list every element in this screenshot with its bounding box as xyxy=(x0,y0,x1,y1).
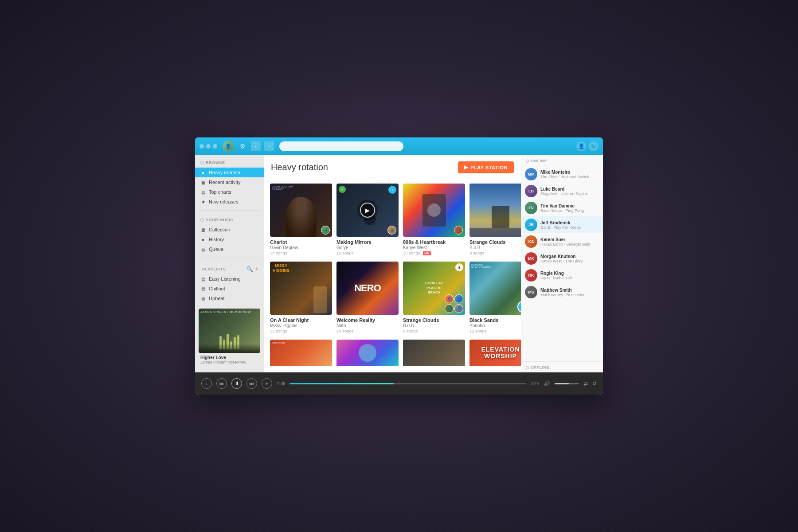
add-playlist-button[interactable]: + xyxy=(255,266,258,272)
pause-button[interactable]: ⏸ xyxy=(231,378,242,389)
shuffle-button[interactable]: ⇄ xyxy=(583,380,588,387)
album-card-making-mirrors[interactable]: ✓ + ▶ 👤 Making Mirrors Gotye 12 songs xyxy=(336,184,399,255)
back-button[interactable]: ‹ xyxy=(251,141,261,151)
album-artist: Bonobo xyxy=(469,323,521,328)
album-card-missy[interactable]: MISSYHIGGINS On A Clear Night Missy Higg… xyxy=(270,262,332,333)
albums-row-3: afternoon... xyxy=(270,340,515,372)
sidebar-item-recent-activity[interactable]: ▦ Recent activity xyxy=(195,177,264,187)
album-card-gorillaz[interactable]: GORILLAZPLASTICBEACH 8 👤 👤 xyxy=(403,262,465,333)
album-art-bg: NERO xyxy=(336,262,399,315)
social-user-jeff-broderick[interactable]: JB Jeff Broderick B.o.B · Play For Keeps xyxy=(521,216,603,233)
sidebar-item-collection[interactable]: ▦ Collection xyxy=(195,225,264,235)
settings-button[interactable]: ⚙ xyxy=(238,141,247,151)
traffic-light-max[interactable] xyxy=(213,144,217,149)
album-artist: Gotye xyxy=(336,245,399,250)
sidebar-item-label: Easy Listening xyxy=(209,276,241,282)
search-bar[interactable] xyxy=(279,141,403,151)
playlists-section: Playlists 🔍 + ▤ Easy Listening ▤ Chillou… xyxy=(195,260,264,305)
social-user-kerem-suer[interactable]: KS Kerem Suer Hakan Lidbo · Senegal Gals xyxy=(521,233,603,250)
sidebar-item-history[interactable]: ● History xyxy=(195,235,264,244)
forward-button[interactable]: › xyxy=(264,141,274,151)
album-artist: B.o.B xyxy=(469,245,521,250)
upbeat-icon: ▤ xyxy=(200,296,206,301)
album-card-strange-clouds[interactable]: Strange Clouds B.o.B 9 songs xyxy=(469,184,521,255)
sidebar-divider-1 xyxy=(200,210,258,211)
elevation-text: ELEVATIONWORSHIP xyxy=(481,346,520,360)
play-button[interactable]: ▶ xyxy=(360,203,375,218)
album-name: On A Clear Night xyxy=(270,317,332,323)
user-avatar[interactable]: 👤 xyxy=(223,141,234,152)
total-time: 3:25 xyxy=(531,381,539,386)
album-card-bottom1[interactable]: afternoon... xyxy=(270,340,332,372)
browse-header: Browse xyxy=(195,159,264,168)
sidebar-item-queue[interactable]: ▤ Queue xyxy=(195,244,264,254)
sidebar-item-upbeat[interactable]: ▤ Upbeat xyxy=(195,293,264,303)
social-user-track: Hakan Lidbo · Senegal Gals xyxy=(540,242,599,246)
social-user-track: The Shins · Bait and Switch xyxy=(540,175,599,179)
album-card-elevation[interactable]: ELEVATIONWORSHIP xyxy=(469,340,521,372)
social-user-name: Morgan Knutson xyxy=(540,254,599,259)
title-bar-right: 👤 🐦 xyxy=(576,141,598,151)
album-art-bottom2 xyxy=(336,340,399,372)
traffic-light-close[interactable] xyxy=(200,144,204,149)
explicit-badge: MM xyxy=(423,251,431,255)
social-avatar: JB xyxy=(525,219,537,231)
album-art-strange-clouds xyxy=(469,184,521,237)
album-art-bg: BONOBOBLACK SANDS ↻ xyxy=(469,262,521,315)
social-user-rogie-king[interactable]: RK Rogie King Aqua · Barbie Girl xyxy=(521,267,603,284)
progress-bar[interactable] xyxy=(289,383,526,384)
social-user-morgan-knutson[interactable]: MK Morgan Knutson Kanye West · The Glory xyxy=(521,250,603,267)
social-user-luke-beard[interactable]: LB Luke Beard Slugabed · Unicorn Suplex xyxy=(521,183,603,200)
twitter-icon[interactable]: 🐦 xyxy=(589,141,598,151)
album-card-bottom2[interactable] xyxy=(336,340,399,372)
social-panel: Online MM Mike Monteiro The Shins · Bait… xyxy=(521,155,603,372)
add-button[interactable]: + xyxy=(262,378,272,389)
sidebar-item-chillout[interactable]: ▤ Chillout xyxy=(195,284,264,293)
sidebar-item-label: Upbeat xyxy=(209,296,224,301)
user-icon[interactable]: 👤 xyxy=(576,141,586,151)
sidebar-divider-2 xyxy=(200,258,258,258)
repeat-button[interactable]: ↺ xyxy=(592,380,597,387)
traffic-light-min[interactable] xyxy=(206,144,211,149)
social-user-info: Rogie King Aqua · Barbie Girl xyxy=(540,271,599,280)
album-card-808s[interactable]: 👤 808s & Heartbreak Kanye West 18 songs … xyxy=(403,184,465,255)
content-grid: GAVIN DEGRAWCHARIOT 👤 Chariot Gavin Degr… xyxy=(264,178,521,372)
album-art-bg: afternoon... xyxy=(270,340,332,366)
social-user-info: Mike Monteiro The Shins · Bait and Switc… xyxy=(540,170,599,179)
previous-button[interactable]: ⏮ xyxy=(216,378,227,389)
social-user-tim-van-damme[interactable]: TV Tim Van Damme Bass Nectar · Ping Pong xyxy=(521,200,603,216)
album-art-nero: NERO xyxy=(336,262,399,315)
social-user-matthew-smith[interactable]: MS Matthew Smith Mat Kearney · Rochester xyxy=(521,284,603,301)
social-user-track: Mat Kearney · Rochester xyxy=(540,293,599,297)
your-music-bullet xyxy=(200,218,204,222)
browse-section: Browse ● Heavy rotation ▦ Recent activit… xyxy=(195,155,264,208)
album-meta: 12 songs xyxy=(469,329,521,333)
album-name: Strange Clouds xyxy=(403,317,465,323)
album-card-nero[interactable]: NERO Welcome Reality Nero 14 songs xyxy=(336,262,399,333)
download-button[interactable]: ↓ xyxy=(201,378,212,389)
social-user-mike-monteiro[interactable]: MM Mike Monteiro The Shins · Bait and Sw… xyxy=(521,166,603,183)
album-name: Chariot xyxy=(270,239,332,245)
social-user-name: Tim Van Damme xyxy=(540,203,599,208)
sidebar-item-easy-listening[interactable]: ▤ Easy Listening xyxy=(195,274,264,284)
sidebar-item-top-charts[interactable]: ▤ Top charts xyxy=(195,187,264,197)
album-card-bottom3[interactable] xyxy=(403,340,465,372)
volume-bar[interactable] xyxy=(555,383,579,384)
album-art-bg: MISSYHIGGINS xyxy=(270,262,332,315)
album-card-bonobo[interactable]: BONOBOBLACK SANDS ↻ Black Sands Bonobo 1… xyxy=(469,262,521,333)
next-button[interactable]: ⏭ xyxy=(246,378,257,389)
album-meta: 9 songs xyxy=(403,329,465,333)
album-art-bg: ELEVATIONWORSHIP xyxy=(469,340,521,366)
play-station-button[interactable]: ▶ PLAY STATION xyxy=(458,161,514,173)
now-playing-sidebar[interactable]: JAMES VINCENT MCMORROW Higher Love James… xyxy=(199,309,260,366)
volume-icon: 🔊 xyxy=(544,380,550,387)
sidebar-album-header-text: JAMES VINCENT MCMORROW xyxy=(200,310,251,314)
album-card-chariot[interactable]: GAVIN DEGRAWCHARIOT 👤 Chariot Gavin Degr… xyxy=(270,184,332,255)
social-user-name: Luke Beard xyxy=(540,187,599,192)
sidebar-item-new-releases[interactable]: ★ New releases xyxy=(195,197,264,207)
sidebar-item-heavy-rotation[interactable]: ● Heavy rotation xyxy=(195,168,264,177)
browse-bullet xyxy=(200,161,204,164)
search-playlist-button[interactable]: 🔍 xyxy=(246,266,254,272)
offline-label: Offline xyxy=(531,365,549,370)
play-station-icon: ▶ xyxy=(464,164,468,170)
